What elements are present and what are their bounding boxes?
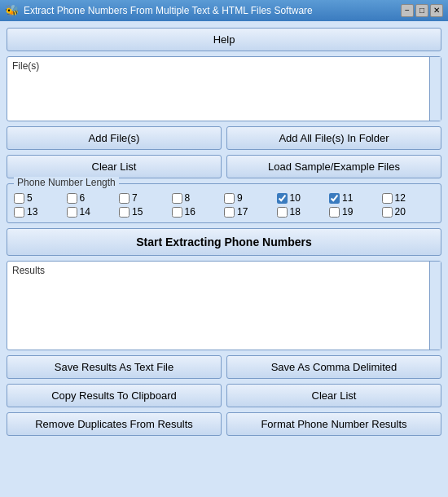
checkbox-10-input[interactable] xyxy=(277,193,288,204)
checkbox-17-input[interactable] xyxy=(224,207,235,218)
checkbox-11[interactable]: 11 xyxy=(329,192,382,204)
format-phone-button[interactable]: Format Phone Number Results xyxy=(226,412,441,436)
clear-load-row: Clear List Load Sample/Example Files xyxy=(7,155,441,178)
checkbox-9[interactable]: 9 xyxy=(224,192,277,204)
checkbox-row-2: 13 14 15 16 17 18 19 xyxy=(14,206,434,218)
checkbox-5[interactable]: 5 xyxy=(14,192,67,204)
checkbox-17[interactable]: 17 xyxy=(224,206,277,218)
checkbox-12[interactable]: 12 xyxy=(382,192,435,204)
copy-clipboard-button[interactable]: Copy Results To Clipboard xyxy=(7,384,222,407)
title-bar: 🐝 Extract Phone Numbers From Multiple Te… xyxy=(0,0,448,21)
add-all-folder-button[interactable]: Add All File(s) In Folder xyxy=(226,126,441,150)
save-comma-button[interactable]: Save As Comma Delimited xyxy=(226,355,441,379)
app-title: Extract Phone Numbers From Multiple Text… xyxy=(24,5,313,16)
checkbox-19[interactable]: 19 xyxy=(329,206,382,218)
checkbox-20-input[interactable] xyxy=(382,207,393,218)
checkbox-16[interactable]: 16 xyxy=(172,206,225,218)
maximize-button[interactable]: □ xyxy=(415,4,428,17)
checkbox-16-input[interactable] xyxy=(172,207,182,218)
checkbox-13[interactable]: 13 xyxy=(14,206,67,218)
remove-duplicates-button[interactable]: Remove Duplicates From Results xyxy=(7,412,222,436)
save-text-button[interactable]: Save Results As Text File xyxy=(7,355,222,379)
clear-list-top-button[interactable]: Clear List xyxy=(7,155,222,178)
checkbox-row-1: 5 6 7 8 9 10 11 xyxy=(14,192,434,204)
checkbox-15[interactable]: 15 xyxy=(119,206,172,218)
add-files-row: Add File(s) Add All File(s) In Folder xyxy=(7,126,441,150)
clear-list-bottom-button[interactable]: Clear List xyxy=(226,384,441,407)
add-files-button[interactable]: Add File(s) xyxy=(7,126,222,150)
start-extracting-button[interactable]: Start Extracting Phone Numbers xyxy=(7,228,441,256)
checkbox-10[interactable]: 10 xyxy=(277,192,330,204)
phone-length-legend: Phone Number Length xyxy=(14,177,119,188)
checkbox-20[interactable]: 20 xyxy=(382,206,435,218)
phone-length-group: Phone Number Length 5 6 7 8 9 xyxy=(7,183,441,223)
checkbox-8-input[interactable] xyxy=(172,193,182,204)
checkbox-7[interactable]: 7 xyxy=(119,192,172,204)
copy-clear-row: Copy Results To Clipboard Clear List xyxy=(7,384,441,407)
checkbox-grid: 5 6 7 8 9 10 11 xyxy=(14,192,434,218)
checkbox-18-input[interactable] xyxy=(277,207,288,218)
results-scrollbar[interactable] xyxy=(429,262,441,350)
checkbox-7-input[interactable] xyxy=(119,193,130,204)
results-label: Results xyxy=(12,265,45,276)
checkbox-15-input[interactable] xyxy=(119,207,130,218)
minimize-button[interactable]: − xyxy=(401,4,414,17)
checkbox-19-input[interactable] xyxy=(329,207,340,218)
checkbox-14-input[interactable] xyxy=(67,207,77,218)
app-icon: 🐝 xyxy=(5,4,19,17)
files-area: File(s) xyxy=(7,56,441,121)
title-bar-controls: − □ ✕ xyxy=(401,4,443,17)
close-button[interactable]: ✕ xyxy=(430,4,443,17)
files-label: File(s) xyxy=(12,60,39,72)
checkbox-12-input[interactable] xyxy=(382,193,393,204)
checkbox-14[interactable]: 14 xyxy=(67,206,120,218)
checkbox-5-input[interactable] xyxy=(14,193,24,204)
checkbox-11-input[interactable] xyxy=(329,193,340,204)
main-content: Help File(s) Add File(s) Add All File(s)… xyxy=(0,21,448,442)
remove-format-row: Remove Duplicates From Results Format Ph… xyxy=(7,412,441,436)
save-results-row: Save Results As Text File Save As Comma … xyxy=(7,355,441,379)
files-scrollbar[interactable] xyxy=(429,57,441,121)
checkbox-9-input[interactable] xyxy=(224,193,235,204)
checkbox-6-input[interactable] xyxy=(67,193,77,204)
checkbox-13-input[interactable] xyxy=(14,207,24,218)
help-button[interactable]: Help xyxy=(7,28,441,51)
results-area: Results xyxy=(7,261,441,350)
checkbox-6[interactable]: 6 xyxy=(67,192,120,204)
checkbox-8[interactable]: 8 xyxy=(172,192,225,204)
checkbox-18[interactable]: 18 xyxy=(277,206,330,218)
title-bar-left: 🐝 Extract Phone Numbers From Multiple Te… xyxy=(5,4,313,17)
load-sample-button[interactable]: Load Sample/Example Files xyxy=(226,155,441,178)
